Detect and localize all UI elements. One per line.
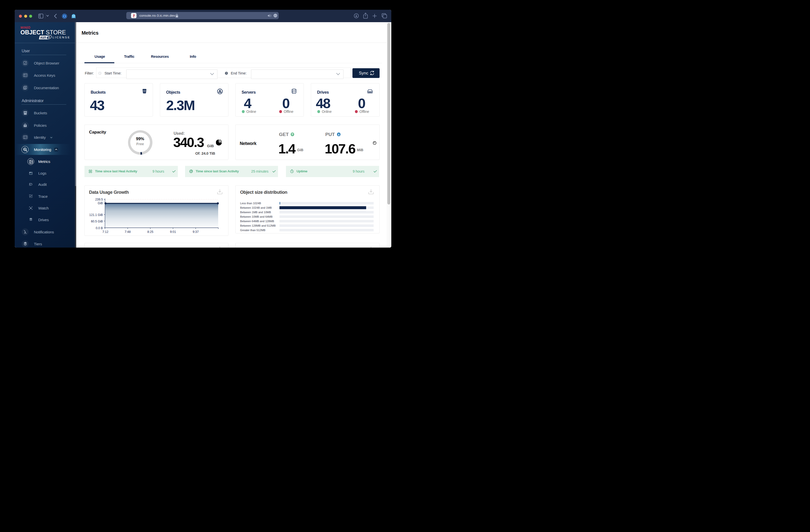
svg-text:7:12: 7:12 — [102, 230, 108, 233]
svg-text:9:01: 9:01 — [170, 230, 176, 233]
svg-text:9:37: 9:37 — [193, 230, 199, 233]
svg-text:0.0 B: 0.0 B — [96, 226, 103, 230]
svg-text:239.5: 239.5 — [95, 198, 103, 201]
svg-text:8:25: 8:25 — [147, 230, 153, 233]
svg-text:GiB: GiB — [98, 201, 103, 205]
svg-text:3: 3 — [48, 36, 50, 39]
svg-text:7:48: 7:48 — [125, 230, 131, 233]
svg-text:121.1 GiB: 121.1 GiB — [89, 213, 103, 217]
svg-text:60.5 GiB: 60.5 GiB — [91, 220, 103, 223]
